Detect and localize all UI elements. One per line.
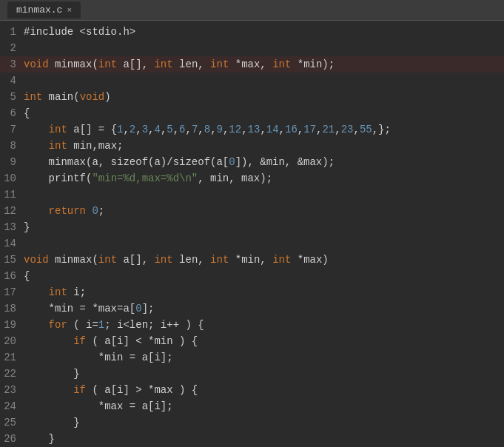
token: } bbox=[24, 368, 80, 380]
token: , bbox=[198, 124, 204, 135]
token: int bbox=[272, 254, 291, 266]
token bbox=[24, 124, 49, 135]
token: i; bbox=[67, 286, 86, 298]
token: #include <stdio.h> bbox=[24, 26, 135, 38]
line-number: 9 bbox=[0, 154, 24, 170]
token: int bbox=[49, 140, 67, 152]
line-number: 2 bbox=[0, 40, 24, 56]
line-number: 24 bbox=[0, 398, 24, 414]
line-number: 8 bbox=[0, 138, 24, 154]
token: int bbox=[210, 58, 229, 70]
token: a[], bbox=[117, 254, 154, 266]
token: *max = a[i]; bbox=[24, 400, 173, 412]
token: minmax( bbox=[49, 254, 98, 266]
code-line: 7 int a[] = {1,2,3,4,5,6,7,8,9,12,13,14,… bbox=[0, 121, 504, 138]
token: a[], bbox=[117, 58, 154, 70]
line-content: printf("min=%d,max=%d\n", min, max); bbox=[24, 170, 272, 186]
line-number: 19 bbox=[0, 317, 24, 333]
line-content: } bbox=[24, 219, 30, 235]
token: void bbox=[24, 58, 55, 70]
code-line: 4 bbox=[0, 73, 504, 89]
line-number: 14 bbox=[0, 235, 24, 252]
token: ,}; bbox=[372, 124, 391, 135]
token bbox=[24, 205, 49, 217]
line-number: 11 bbox=[0, 186, 24, 203]
token: ; i<len; i++ ) { bbox=[104, 319, 204, 331]
code-line: 24 *max = a[i]; bbox=[0, 398, 504, 414]
token bbox=[24, 286, 49, 298]
token: ; bbox=[98, 205, 104, 217]
token: return bbox=[49, 205, 86, 217]
token: 8 bbox=[204, 124, 210, 135]
tab-close-icon[interactable]: × bbox=[67, 6, 72, 15]
code-line: 1#include <stdio.h> bbox=[0, 24, 504, 40]
line-content: } bbox=[24, 366, 80, 382]
code-line: 6{ bbox=[0, 105, 504, 121]
token: { bbox=[24, 107, 30, 119]
code-line: 25 } bbox=[0, 414, 504, 431]
token: 4 bbox=[154, 124, 160, 135]
code-line: 21 *min = a[i]; bbox=[0, 349, 504, 366]
token: ]), &min, &max); bbox=[235, 156, 335, 168]
code-line: 16{ bbox=[0, 268, 504, 284]
token: *max, bbox=[229, 58, 272, 70]
line-content: int a[] = {1,2,3,4,5,6,7,8,9,12,13,14,16… bbox=[24, 121, 391, 138]
token: , min, max); bbox=[198, 172, 272, 184]
line-number: 16 bbox=[0, 268, 24, 284]
token: ) bbox=[104, 91, 110, 103]
token: , bbox=[298, 124, 303, 135]
code-line: 17 int i; bbox=[0, 284, 504, 300]
token: 3 bbox=[142, 124, 148, 135]
code-line: 3void minmax(int a[], int len, int *max,… bbox=[0, 56, 504, 73]
token: minmax( bbox=[55, 58, 98, 70]
tab-filename: minmax.c bbox=[16, 4, 62, 16]
token: int bbox=[24, 91, 42, 103]
token: a[] = { bbox=[67, 124, 117, 135]
line-number: 22 bbox=[0, 366, 24, 382]
token: printf( bbox=[24, 172, 92, 184]
token: , bbox=[260, 124, 266, 135]
code-line: 11 bbox=[0, 186, 504, 203]
token: 0 bbox=[229, 156, 235, 168]
line-content: if ( a[i] < *min ) { bbox=[24, 333, 198, 349]
token: } bbox=[24, 433, 55, 445]
token: "min=%d,max=%d\n" bbox=[92, 172, 198, 184]
token: 55 bbox=[360, 124, 372, 135]
token: *max) bbox=[291, 254, 328, 266]
file-tab[interactable]: minmax.c × bbox=[7, 1, 81, 19]
token: , bbox=[210, 124, 216, 135]
line-number: 21 bbox=[0, 349, 24, 366]
token: ( a[i] > *max ) { bbox=[86, 384, 198, 396]
token bbox=[24, 384, 73, 396]
token: int bbox=[154, 58, 172, 70]
token: *min = a[i]; bbox=[24, 352, 173, 363]
code-line: 8 int min,max; bbox=[0, 138, 504, 154]
code-line: 26 } bbox=[0, 431, 504, 447]
line-number: 7 bbox=[0, 121, 24, 138]
token: , bbox=[353, 124, 359, 135]
token: ( i= bbox=[67, 319, 98, 331]
token: min,max; bbox=[67, 140, 124, 152]
line-number: 13 bbox=[0, 219, 24, 235]
token: , bbox=[173, 124, 179, 135]
token bbox=[24, 140, 49, 152]
token bbox=[24, 319, 49, 331]
token bbox=[24, 335, 73, 347]
token: , bbox=[241, 124, 247, 135]
token: for bbox=[49, 319, 67, 331]
token: void bbox=[80, 91, 105, 103]
code-line: 14 bbox=[0, 235, 504, 252]
line-number: 5 bbox=[0, 89, 24, 105]
line-content: minmax(a, sizeof(a)/sizeof(a[0]), &min, … bbox=[24, 154, 335, 170]
token: 14 bbox=[266, 124, 279, 135]
code-line: 23 if ( a[i] > *max ) { bbox=[0, 382, 504, 398]
token: , bbox=[335, 124, 340, 135]
line-number: 3 bbox=[0, 56, 24, 73]
line-content: *min = a[i]; bbox=[24, 349, 173, 366]
code-line: 9 minmax(a, sizeof(a)/sizeof(a[0]), &min… bbox=[0, 154, 504, 170]
code-line: 15void minmax(int a[], int len, int *min… bbox=[0, 252, 504, 268]
line-number: 15 bbox=[0, 252, 24, 268]
token: int bbox=[49, 286, 67, 298]
line-number: 6 bbox=[0, 105, 24, 121]
line-content: *min = *max=a[0]; bbox=[24, 300, 154, 317]
